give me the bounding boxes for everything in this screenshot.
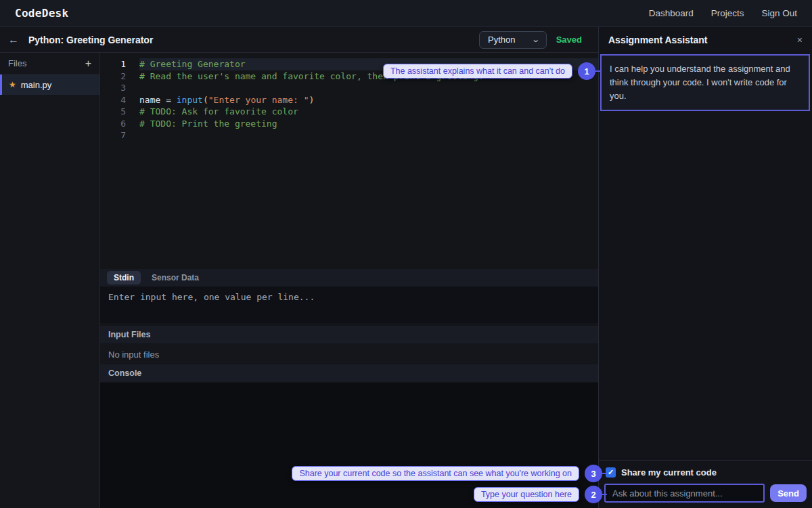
code-line[interactable]: 3 <box>100 82 598 94</box>
send-button[interactable]: Send <box>770 484 807 502</box>
assistant-header: Assignment Assistant × <box>599 27 812 53</box>
star-icon: ★ <box>9 80 16 89</box>
tour-step-1: The assistant explains what it can and c… <box>383 62 595 80</box>
tour-badge-1[interactable]: 1 <box>578 62 595 80</box>
chevron-down-icon: ⌄ <box>532 35 541 44</box>
save-status: Saved <box>556 35 582 45</box>
language-select[interactable]: Python ⌄ <box>479 31 547 49</box>
tour-tooltip-2: Type your question here <box>474 487 579 502</box>
close-icon[interactable]: × <box>797 35 803 45</box>
input-files-empty-label: No input files <box>108 350 159 360</box>
toolbar-right: Python ⌄ Saved <box>479 31 582 49</box>
assistant-intro-message: I can help you understand the assignment… <box>600 54 810 111</box>
app-root: CodeDesk Dashboard Projects Sign Out ← P… <box>0 0 812 508</box>
input-files-header: Input Files <box>100 326 598 344</box>
nav-links: Dashboard Projects Sign Out <box>649 8 797 18</box>
assistant-footer: ✓ Share my current code Send <box>599 460 812 508</box>
add-file-button[interactable]: + <box>85 58 91 69</box>
nav-dashboard[interactable]: Dashboard <box>649 8 694 18</box>
code-line[interactable]: 6# TODO: Print the greeting <box>100 118 598 130</box>
file-name: main.py <box>21 80 52 90</box>
line-number: 1 <box>100 58 126 70</box>
code-text <box>139 82 598 94</box>
tab-stdin[interactable]: Stdin <box>107 271 141 284</box>
tour-tooltip-3: Share your current code so the assistant… <box>292 466 579 481</box>
files-header: Files + <box>0 53 99 75</box>
console-header-label: Console <box>108 368 141 378</box>
nav-projects[interactable]: Projects <box>711 8 744 18</box>
back-arrow-icon[interactable]: ← <box>8 34 19 46</box>
files-sidebar: Files + ★ main.py <box>0 53 100 508</box>
tour-badge-2[interactable]: 2 <box>585 486 602 503</box>
share-code-label: Share my current code <box>621 467 717 478</box>
line-number: 5 <box>100 106 126 118</box>
editor-pane: 1# Greeting Generator2# Read the user's … <box>100 53 598 508</box>
code-text: # TODO: Ask for favorite color <box>139 106 598 118</box>
input-files-empty-row: No input files <box>100 344 598 364</box>
tour-tooltip-1: The assistant explains what it can and c… <box>383 64 572 79</box>
tour-step-2: Type your question here 2 <box>474 486 602 503</box>
editor-column: ← Python: Greeting Generator Python ⌄ Sa… <box>0 27 598 508</box>
files-header-label: Files <box>8 58 26 68</box>
ask-input[interactable] <box>604 484 765 503</box>
stdin-input[interactable] <box>100 287 598 323</box>
share-code-checkbox[interactable]: ✓ <box>606 467 616 478</box>
code-text: name = input("Enter your name: ") <box>139 94 598 106</box>
console-header: Console <box>100 364 598 383</box>
io-tab-bar: Stdin Sensor Data <box>100 269 598 287</box>
code-text <box>139 129 598 142</box>
tour-step-3: Share your current code so the assistant… <box>292 465 602 482</box>
line-number: 7 <box>100 129 126 142</box>
nav-sign-out[interactable]: Sign Out <box>761 8 797 18</box>
assistant-chat-area <box>599 111 812 460</box>
line-number: 3 <box>100 82 126 94</box>
code-editor[interactable]: 1# Greeting Generator2# Read the user's … <box>100 53 598 269</box>
line-number: 6 <box>100 118 126 130</box>
language-select-value: Python <box>488 35 515 45</box>
brand-logo: CodeDesk <box>15 7 68 20</box>
code-line[interactable]: 7 <box>100 129 598 142</box>
code-line[interactable]: 4name = input("Enter your name: ") <box>100 94 598 106</box>
assistant-panel: Assignment Assistant × I can help you un… <box>598 27 812 508</box>
ask-row: Send <box>604 484 807 503</box>
code-text: # TODO: Print the greeting <box>139 118 598 130</box>
project-toolbar: ← Python: Greeting Generator Python ⌄ Sa… <box>0 27 598 53</box>
assistant-title: Assignment Assistant <box>608 35 708 45</box>
workspace: ← Python: Greeting Generator Python ⌄ Sa… <box>0 27 812 508</box>
tour-badge-3[interactable]: 3 <box>585 465 602 482</box>
line-number: 2 <box>100 70 126 83</box>
tab-sensor-data[interactable]: Sensor Data <box>152 273 199 282</box>
code-line[interactable]: 5# TODO: Ask for favorite color <box>100 106 598 118</box>
input-files-header-label: Input Files <box>108 330 151 339</box>
top-nav: CodeDesk Dashboard Projects Sign Out <box>0 0 812 27</box>
project-title: Python: Greeting Generator <box>28 35 153 45</box>
share-code-row: ✓ Share my current code <box>604 466 807 478</box>
line-number: 4 <box>100 94 126 106</box>
file-item-main-py[interactable]: ★ main.py <box>0 75 99 95</box>
